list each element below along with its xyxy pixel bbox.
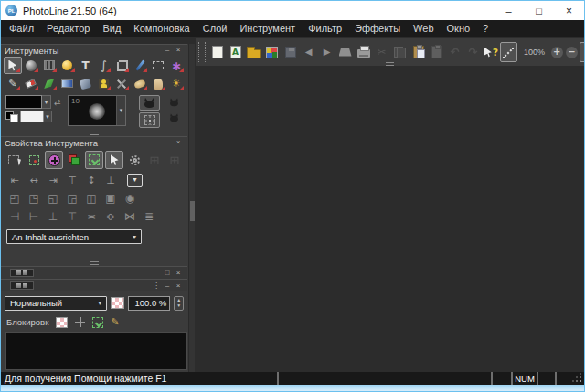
- background-color-dropdown[interactable]: ▾: [44, 111, 52, 122]
- panel-divider[interactable]: [1, 260, 187, 266]
- prop-lasso-mode-button[interactable]: [5, 151, 23, 169]
- tool-gradient[interactable]: [58, 75, 77, 92]
- close-panel-icon[interactable]: ×: [173, 47, 184, 54]
- tool-pen[interactable]: [131, 57, 149, 74]
- paste-button[interactable]: [410, 42, 427, 62]
- align-left-button[interactable]: ⇤: [8, 173, 21, 188]
- menu-layout[interactable]: Компоновка: [127, 22, 196, 35]
- lock-selection-toggle[interactable]: [92, 317, 103, 328]
- toolbar-resize-handle[interactable]: [386, 62, 394, 66]
- prop-cursor-mode-button[interactable]: [105, 151, 123, 169]
- prop-grid-2-button[interactable]: ⊞: [165, 151, 184, 169]
- menu-layer[interactable]: Слой: [197, 22, 234, 35]
- distribute-left-button[interactable]: ⊣: [8, 209, 21, 225]
- tool-stamp[interactable]: [94, 75, 112, 92]
- align-more-dropdown[interactable]: ▾: [127, 174, 143, 187]
- resize-grip[interactable]: [557, 372, 584, 385]
- layer-list[interactable]: [5, 332, 187, 370]
- mini-background-swatch[interactable]: [10, 114, 18, 122]
- equal-height-button[interactable]: ≣: [143, 209, 155, 225]
- align-top-button[interactable]: ⊤: [66, 173, 79, 188]
- menu-filter[interactable]: Фильтр: [302, 22, 348, 35]
- minimize-button[interactable]: –: [494, 1, 524, 20]
- dock-scrollbar[interactable]: [188, 44, 195, 372]
- panel-menu-icon[interactable]: ⋮: [151, 282, 162, 290]
- zoom-tool-button[interactable]: [500, 42, 517, 62]
- paste-as-button[interactable]: [428, 42, 445, 62]
- tool-color-ball[interactable]: [58, 57, 77, 74]
- distribute-top-button[interactable]: ⊤: [66, 209, 79, 225]
- lock-move-toggle[interactable]: [75, 317, 85, 327]
- undo-button[interactable]: ↶: [446, 42, 463, 62]
- align-reference-select[interactable]: An Inhalt ausrichten ▾: [6, 229, 142, 244]
- tool-smudge[interactable]: [131, 75, 149, 92]
- align-page-bottom-button[interactable]: ◱: [47, 191, 59, 207]
- cat-small-icon[interactable]: [170, 101, 178, 106]
- prop-settings-button[interactable]: [125, 151, 144, 169]
- cut-button[interactable]: ✂: [373, 42, 390, 62]
- equal-width-button[interactable]: ⋈: [123, 209, 136, 225]
- maximize-button[interactable]: □: [524, 1, 554, 20]
- tool-finger[interactable]: [149, 75, 167, 92]
- align-page-top-button[interactable]: ◳: [27, 191, 40, 207]
- forward-button[interactable]: ▶: [318, 42, 335, 62]
- cat-small-dark-icon[interactable]: [170, 116, 178, 122]
- distribute-right-button[interactable]: ⊢: [27, 209, 40, 225]
- close-panel-icon[interactable]: ×: [173, 270, 184, 277]
- save-button[interactable]: [282, 42, 299, 62]
- minimize-panel-icon[interactable]: –: [162, 47, 173, 54]
- menu-effects[interactable]: Эффекты: [348, 22, 407, 35]
- space-equal-v-button[interactable]: ≎: [104, 209, 117, 225]
- background-color-swatch[interactable]: [20, 111, 44, 122]
- lock-transparency-toggle[interactable]: [56, 317, 68, 328]
- menu-tool[interactable]: Инструмент: [233, 22, 302, 35]
- menu-file[interactable]: Файл: [3, 22, 40, 35]
- close-panel-icon[interactable]: ×: [173, 139, 184, 146]
- menu-window[interactable]: Окно: [441, 22, 477, 35]
- align-right-button[interactable]: ⇥: [47, 173, 59, 188]
- tool-brush[interactable]: ✎: [4, 75, 22, 92]
- foreground-color-dropdown[interactable]: ▾: [42, 95, 51, 109]
- opacity-field[interactable]: 100.0 %: [128, 296, 171, 311]
- minimize-panel-icon[interactable]: –: [162, 139, 173, 146]
- new-document-button[interactable]: [208, 42, 226, 62]
- menu-web[interactable]: Web: [407, 22, 440, 35]
- align-bottom-button[interactable]: ⊥: [104, 173, 117, 188]
- lock-paint-toggle[interactable]: ✎: [111, 317, 119, 327]
- tool-eraser[interactable]: [22, 75, 40, 92]
- distribute-bottom-button[interactable]: ⊥: [47, 209, 59, 225]
- tool-fill[interactable]: [77, 75, 95, 92]
- tool-crop[interactable]: [112, 57, 131, 74]
- opacity-stepper[interactable]: ▲ ▼: [174, 296, 184, 311]
- align-page-center-h-button[interactable]: ◫: [85, 191, 98, 207]
- panel-divider[interactable]: [1, 130, 187, 136]
- prop-grid-1-button[interactable]: ⊞: [145, 151, 164, 169]
- tool-retouch[interactable]: [112, 75, 131, 92]
- space-equal-h-button[interactable]: ≍: [85, 209, 98, 225]
- align-page-right-button[interactable]: ◲: [66, 191, 79, 207]
- tool-marquee[interactable]: [149, 57, 167, 74]
- menu-editor[interactable]: Редактор: [40, 22, 96, 35]
- redo-button[interactable]: ↷: [464, 42, 482, 62]
- close-panel-icon[interactable]: ×: [173, 282, 184, 290]
- prop-transform-mode-button[interactable]: [25, 151, 43, 169]
- tool-ellipse[interactable]: [22, 57, 40, 74]
- new-text-document-button[interactable]: A: [227, 42, 244, 62]
- back-button[interactable]: ◀: [300, 42, 317, 62]
- tool-select[interactable]: [4, 57, 22, 74]
- context-help-button[interactable]: ?: [483, 42, 500, 62]
- close-button[interactable]: ×: [554, 1, 584, 20]
- tool-pattern[interactable]: [40, 57, 58, 74]
- mini-slider-icon[interactable]: [10, 269, 34, 277]
- selection-view-toggle[interactable]: [139, 112, 160, 128]
- align-page-middle-button[interactable]: ◉: [123, 191, 136, 207]
- prop-layer-mode-button[interactable]: [65, 151, 83, 169]
- tool-red-eye[interactable]: ☀: [167, 75, 186, 92]
- foreground-color-swatch[interactable]: [5, 95, 42, 109]
- copy-button[interactable]: [391, 42, 409, 62]
- toolbar-drag-handle[interactable]: [198, 42, 206, 62]
- blend-mode-select[interactable]: Нормальный ▾: [5, 296, 107, 311]
- menu-help[interactable]: ?: [476, 22, 495, 35]
- restore-panel-icon[interactable]: □: [162, 270, 173, 277]
- stepper-down-icon[interactable]: ▼: [176, 303, 181, 308]
